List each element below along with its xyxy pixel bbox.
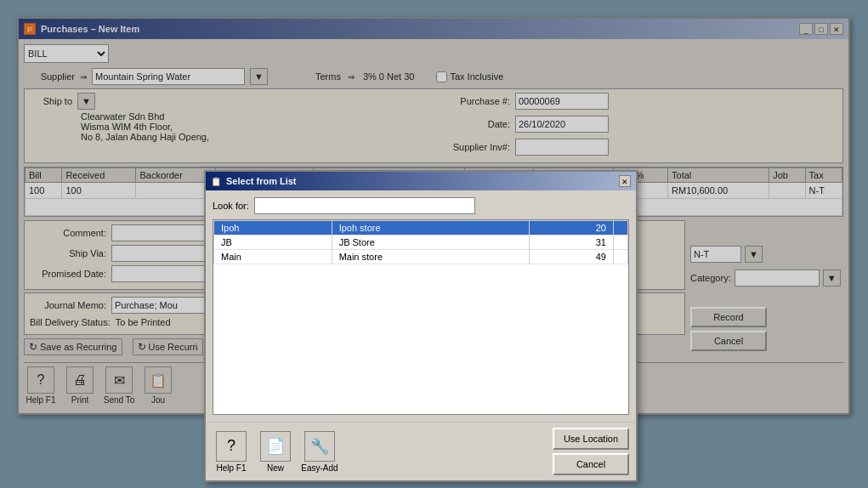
item-name: Main store: [332, 250, 529, 264]
look-for-input[interactable]: [254, 197, 475, 214]
modal-title-bar: 📋 Select from List ✕: [206, 172, 636, 190]
look-for-label: Look for:: [213, 201, 249, 211]
modal-easy-add-button[interactable]: 🔧 Easy-Add: [301, 431, 338, 473]
item-name: Ipoh store: [332, 221, 529, 235]
item-qty: 31: [529, 235, 613, 250]
modal-new-label: New: [267, 463, 284, 473]
modal-easy-add-label: Easy-Add: [301, 463, 338, 473]
modal-icon: 📋: [211, 177, 221, 186]
modal-list-table: Ipoh Ipoh store 20 JB JB Store 31 Main M…: [213, 220, 628, 264]
item-qty: 20: [529, 221, 613, 235]
list-item[interactable]: Main Main store 49: [214, 250, 628, 264]
modal-close-button[interactable]: ✕: [619, 175, 631, 187]
list-item[interactable]: Ipoh Ipoh store 20: [214, 221, 628, 235]
scroll-col: [614, 235, 628, 250]
item-name: JB Store: [332, 235, 529, 250]
list-item[interactable]: JB JB Store 31: [214, 235, 628, 250]
select-from-list-modal: 📋 Select from List ✕ Look for: Ipoh Ipoh…: [204, 170, 638, 482]
modal-cancel-button[interactable]: Cancel: [553, 453, 629, 475]
item-qty: 49: [529, 250, 613, 264]
item-code: Main: [214, 250, 332, 264]
modal-footer: ? Help F1 📄 New 🔧 Easy-Add Use Location …: [206, 422, 636, 480]
modal-help-label: Help F1: [216, 463, 246, 473]
scroll-col: [614, 250, 628, 264]
modal-help-icon: ?: [216, 431, 247, 462]
modal-list-area: Ipoh Ipoh store 20 JB JB Store 31 Main M…: [213, 219, 629, 415]
modal-new-button[interactable]: 📄 New: [257, 431, 294, 473]
item-code: JB: [214, 235, 332, 250]
scroll-col: [614, 221, 628, 235]
modal-new-icon: 📄: [260, 431, 291, 462]
item-code: Ipoh: [214, 221, 332, 235]
modal-easy-add-icon: 🔧: [304, 431, 335, 462]
modal-title: Select from List: [226, 176, 297, 186]
modal-help-button[interactable]: ? Help F1: [213, 431, 250, 473]
use-location-button[interactable]: Use Location: [553, 428, 629, 450]
